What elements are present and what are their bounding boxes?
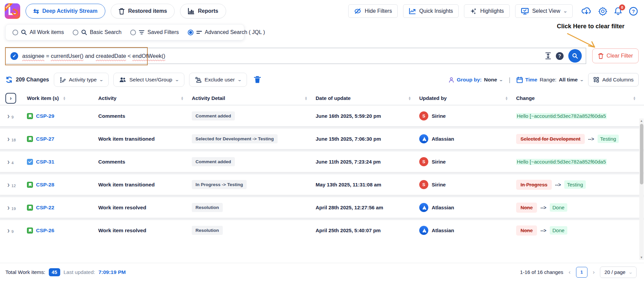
table-body: 9› CSP-29 Comments Comment added June 16… bbox=[0, 105, 644, 240]
mode-advanced-search-jql[interactable]: Advanced Search ( JQL ) bbox=[188, 29, 265, 35]
work-item-link[interactable]: CSP-31 bbox=[36, 159, 54, 165]
total-work-items-label: Total Work items: bbox=[5, 269, 45, 275]
table-row[interactable]: 4› CSP-31 Comments Comment added June 11… bbox=[0, 151, 644, 172]
table-row[interactable]: 18› CSP-27 Work item transitioned Select… bbox=[0, 129, 644, 149]
exclude-user-label: Exclude user bbox=[205, 77, 235, 83]
quick-insights-button[interactable]: Quick Insights bbox=[403, 4, 459, 18]
scrollbar-thumb[interactable] bbox=[640, 124, 643, 184]
work-item-link[interactable]: CSP-26 bbox=[36, 227, 54, 234]
vertical-scrollbar[interactable]: ▲ ▼ bbox=[639, 118, 644, 260]
table-row[interactable]: 19› CSP-22 Work item resolved Resolution… bbox=[0, 197, 644, 218]
chart-icon bbox=[188, 8, 194, 14]
change-old-value: Selected for Development bbox=[516, 134, 585, 144]
expand-row-chevron[interactable]: › bbox=[7, 180, 9, 189]
jql-operator: < bbox=[128, 53, 131, 59]
work-item-link[interactable]: CSP-22 bbox=[36, 205, 54, 211]
expand-vertical-icon[interactable] bbox=[545, 52, 551, 60]
sort-icon[interactable]: ▲▼ bbox=[633, 96, 636, 100]
select-view-button[interactable]: Select View ⌄ bbox=[515, 4, 573, 18]
chevron-down-icon: ⌄ bbox=[579, 77, 584, 82]
sort-icon[interactable]: ▲▼ bbox=[505, 96, 508, 100]
sort-icon[interactable]: ▲▼ bbox=[63, 96, 66, 100]
last-updated-time: 7:09:19 PM bbox=[99, 269, 126, 275]
magnifier-icon bbox=[572, 53, 578, 59]
change-old-value: In Progress bbox=[516, 180, 552, 190]
radio-unselected[interactable] bbox=[130, 30, 136, 35]
add-columns-button[interactable]: Add Columns bbox=[588, 73, 639, 86]
cloud-download-button[interactable] bbox=[581, 7, 592, 15]
notifications-button[interactable]: 0 bbox=[614, 7, 622, 15]
changes-count-label: 209 Changes bbox=[16, 77, 49, 83]
table-row[interactable]: 9› CSP-29 Comments Comment added June 16… bbox=[0, 106, 644, 126]
expand-row-chevron[interactable]: › bbox=[7, 157, 9, 167]
sort-icon[interactable]: ▲▼ bbox=[305, 96, 308, 100]
col-activity: Activity bbox=[98, 95, 116, 101]
activity-type-label: Activity type bbox=[69, 77, 97, 83]
hide-filters-label: Hide Filters bbox=[365, 8, 392, 14]
jql-input[interactable]: ✓ assignee = currentUser() and createdDa… bbox=[5, 48, 586, 64]
sort-icon[interactable]: ▲▼ bbox=[181, 96, 184, 100]
expand-row-chevron[interactable]: › bbox=[7, 111, 9, 121]
exclude-user-filter[interactable]: Exclude user ⌄ bbox=[189, 73, 247, 87]
chevron-down-icon: ⌄ bbox=[563, 9, 568, 13]
change-old-value: None bbox=[516, 203, 537, 213]
activity-type-filter[interactable]: Activity type ⌄ bbox=[54, 73, 109, 87]
jql-token: currentUser() bbox=[51, 53, 83, 59]
work-item-link[interactable]: CSP-29 bbox=[36, 113, 54, 119]
scroll-down-arrow[interactable]: ▼ bbox=[639, 256, 644, 259]
work-item-link[interactable]: CSP-27 bbox=[36, 136, 54, 142]
radio-unselected[interactable] bbox=[73, 30, 78, 35]
date-cell: June 16th 2025, 5:59:20 pm bbox=[316, 113, 419, 119]
col-work-item: Work item (s) bbox=[27, 95, 59, 101]
delete-filters-button[interactable] bbox=[254, 76, 261, 84]
jql-help-icon[interactable]: ? bbox=[556, 52, 564, 60]
select-user-group-filter[interactable]: Select User/Group ⌄ bbox=[113, 73, 184, 87]
run-search-button[interactable] bbox=[568, 49, 582, 63]
col-updated-by: Updated by bbox=[419, 95, 447, 101]
settings-button[interactable] bbox=[598, 7, 607, 16]
atlassian-avatar bbox=[419, 203, 428, 212]
page-size-value: 20 / page bbox=[604, 269, 625, 275]
change-new-value: Done bbox=[550, 203, 567, 212]
expand-all-button[interactable]: › bbox=[5, 93, 16, 104]
prev-page-button[interactable]: ‹ bbox=[569, 269, 571, 276]
search-mode-card: All Work items Basic Search Saved Filter… bbox=[5, 24, 244, 40]
story-icon bbox=[27, 182, 33, 188]
deep-activity-stream-button[interactable]: ⇆ Deep Activitiy Stream bbox=[26, 4, 105, 19]
page-number-button[interactable]: 1 bbox=[576, 267, 587, 278]
refresh-icon[interactable] bbox=[5, 76, 13, 83]
table-row[interactable]: 9› CSP-26 Work item resolved Resolution … bbox=[0, 220, 644, 240]
highlights-button[interactable]: Highlights bbox=[464, 4, 509, 18]
help-button[interactable]: ? bbox=[629, 7, 638, 16]
reports-button[interactable]: Reports bbox=[180, 4, 226, 19]
scroll-up-arrow[interactable]: ▲ bbox=[639, 119, 644, 122]
next-page-button[interactable]: › bbox=[593, 269, 595, 276]
change-arrow: --> bbox=[588, 136, 594, 142]
user-name: Atlassian bbox=[432, 205, 454, 210]
hide-filters-button[interactable]: Hide Filters bbox=[348, 4, 398, 18]
radio-selected[interactable] bbox=[188, 30, 193, 35]
restored-items-button[interactable]: Restored items bbox=[111, 4, 175, 19]
table-row[interactable]: 12› CSP-28 Work item transitioned In Pro… bbox=[0, 174, 644, 195]
atlassian-avatar bbox=[419, 226, 428, 235]
expand-row-chevron[interactable]: › bbox=[7, 226, 9, 235]
trash-icon bbox=[118, 8, 125, 15]
work-item-link[interactable]: CSP-28 bbox=[36, 182, 54, 188]
group-by-control[interactable]: Group by: None ⌄ bbox=[449, 77, 503, 83]
time-range-control[interactable]: Time Range: All time ⌄ bbox=[516, 77, 583, 83]
change-new-value: Testing bbox=[564, 180, 586, 189]
expand-row-chevron[interactable]: › bbox=[7, 203, 9, 212]
radio-unselected[interactable] bbox=[12, 30, 18, 35]
highlights-label: Highlights bbox=[480, 8, 504, 14]
mode-all-work-items[interactable]: All Work items bbox=[12, 29, 64, 35]
total-work-items-badge: 45 bbox=[49, 268, 60, 276]
notification-count-badge: 0 bbox=[619, 4, 625, 10]
expand-row-chevron[interactable]: › bbox=[7, 134, 9, 144]
sort-icon[interactable]: ▲▼ bbox=[408, 96, 411, 100]
mode-saved-filters[interactable]: Saved Filters bbox=[130, 29, 179, 35]
group-by-value: None bbox=[484, 77, 497, 83]
change-new-value: Done bbox=[550, 226, 567, 235]
chevron-down-icon: ⌄ bbox=[499, 77, 503, 82]
mode-basic-search[interactable]: Basic Search bbox=[73, 29, 121, 35]
page-size-select[interactable]: 20 / page ⌄ bbox=[600, 267, 637, 278]
